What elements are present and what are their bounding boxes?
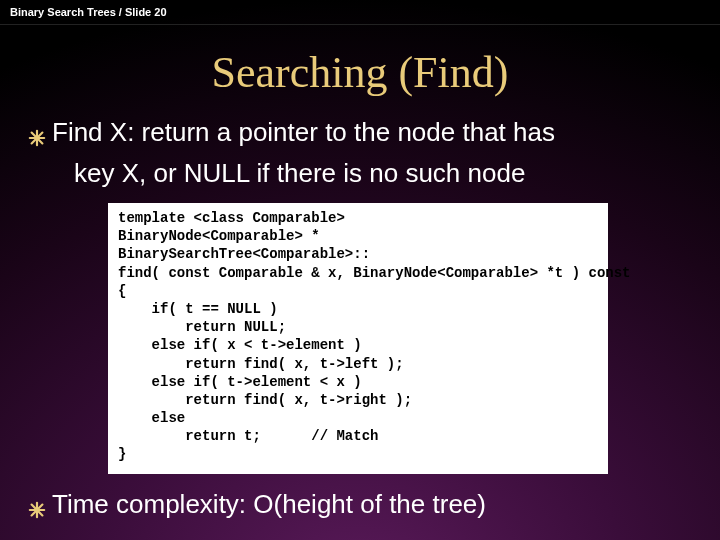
bullet-1-text-line2: key X, or NULL if there is no such node bbox=[74, 157, 692, 190]
bullet-1: Find X: return a pointer to the node tha… bbox=[28, 116, 692, 155]
slide-content: Find X: return a pointer to the node tha… bbox=[0, 116, 720, 526]
bullet-2: Time complexity: O(height of the tree) bbox=[28, 488, 692, 527]
bullet-1-text-line1: Find X: return a pointer to the node tha… bbox=[52, 116, 692, 149]
asterisk-icon bbox=[28, 494, 46, 527]
slide-header: Binary Search Trees / Slide 20 bbox=[0, 0, 720, 25]
code-block: template <class Comparable> BinaryNode<C… bbox=[108, 203, 608, 474]
slide-title: Searching (Find) bbox=[0, 47, 720, 98]
bullet-2-text: Time complexity: O(height of the tree) bbox=[52, 488, 692, 521]
asterisk-icon bbox=[28, 122, 46, 155]
